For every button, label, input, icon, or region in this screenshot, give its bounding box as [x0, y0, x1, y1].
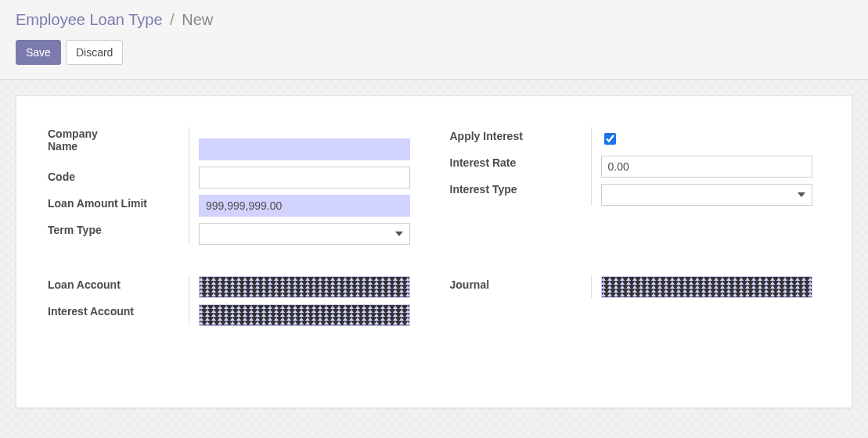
company-name-input[interactable] — [199, 138, 410, 160]
action-bar: Save Discard — [16, 40, 852, 65]
journal-select[interactable] — [601, 276, 812, 298]
group-journal: Journal — [450, 276, 821, 298]
inputs-col — [591, 127, 821, 206]
company-name-label: Company Name — [48, 127, 179, 159]
group-basic: Company Name Code Loan Amount Limit Term… — [48, 127, 419, 245]
labels-col: Journal — [450, 276, 591, 298]
form-row-1: Company Name Code Loan Amount Limit Term… — [48, 127, 820, 276]
journal-label: Journal — [450, 276, 582, 293]
loan-amount-limit-label: Loan Amount Limit — [48, 195, 179, 212]
apply-interest-label: Apply Interest — [450, 127, 582, 145]
apply-interest-checkbox[interactable] — [604, 133, 616, 145]
labels-col: Company Name Code Loan Amount Limit Term… — [48, 127, 189, 245]
form-col-left-1: Company Name Code Loan Amount Limit Term… — [48, 127, 419, 276]
code-label: Code — [48, 168, 179, 185]
breadcrumb-root[interactable]: Employee Loan Type — [16, 11, 163, 28]
loan-account-label: Loan Account — [48, 276, 179, 293]
inputs-col — [591, 276, 821, 298]
breadcrumb-leaf: New — [182, 11, 213, 28]
content-wrap: Company Name Code Loan Amount Limit Term… — [0, 80, 868, 424]
labels-col: Loan Account Interest Account — [48, 276, 189, 326]
loan-amount-limit-input[interactable] — [199, 195, 410, 217]
term-type-label: Term Type — [48, 221, 179, 239]
breadcrumb-separator: / — [170, 11, 175, 28]
form-col-right-1: Apply Interest Interest Rate Interest Ty… — [450, 127, 821, 276]
discard-button[interactable]: Discard — [66, 40, 123, 65]
form-sheet: Company Name Code Loan Amount Limit Term… — [16, 95, 852, 408]
group-interest: Apply Interest Interest Rate Interest Ty… — [450, 127, 821, 206]
code-input[interactable] — [199, 167, 410, 188]
interest-account-select[interactable] — [199, 304, 410, 326]
term-type-select[interactable] — [199, 223, 410, 245]
interest-type-select[interactable] — [601, 184, 812, 206]
inputs-col — [189, 276, 419, 326]
loan-account-select[interactable] — [199, 276, 410, 298]
form-col-right-2: Journal — [450, 276, 821, 357]
form-col-left-2: Loan Account Interest Account — [48, 276, 419, 357]
breadcrumb: Employee Loan Type / New — [16, 11, 852, 29]
interest-type-label: Interest Type — [450, 181, 582, 198]
interest-rate-input[interactable] — [601, 156, 812, 178]
form-row-2: Loan Account Interest Account Journal — [48, 276, 820, 357]
interest-rate-label: Interest Rate — [450, 154, 582, 171]
interest-account-label: Interest Account — [48, 303, 179, 320]
inputs-col — [189, 127, 419, 245]
header-area: Employee Loan Type / New Save Discard — [0, 0, 868, 80]
save-button[interactable]: Save — [16, 40, 61, 65]
labels-col: Apply Interest Interest Rate Interest Ty… — [450, 127, 591, 206]
group-accounts: Loan Account Interest Account — [48, 276, 419, 326]
